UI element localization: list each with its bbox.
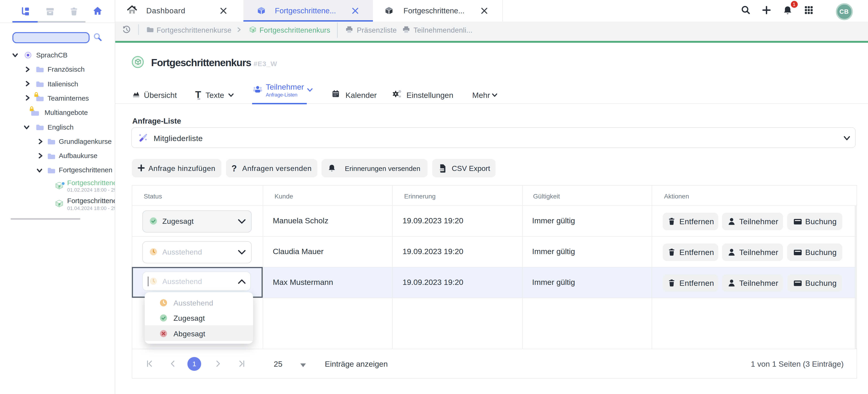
svg-text:CSV: CSV [440, 169, 444, 171]
